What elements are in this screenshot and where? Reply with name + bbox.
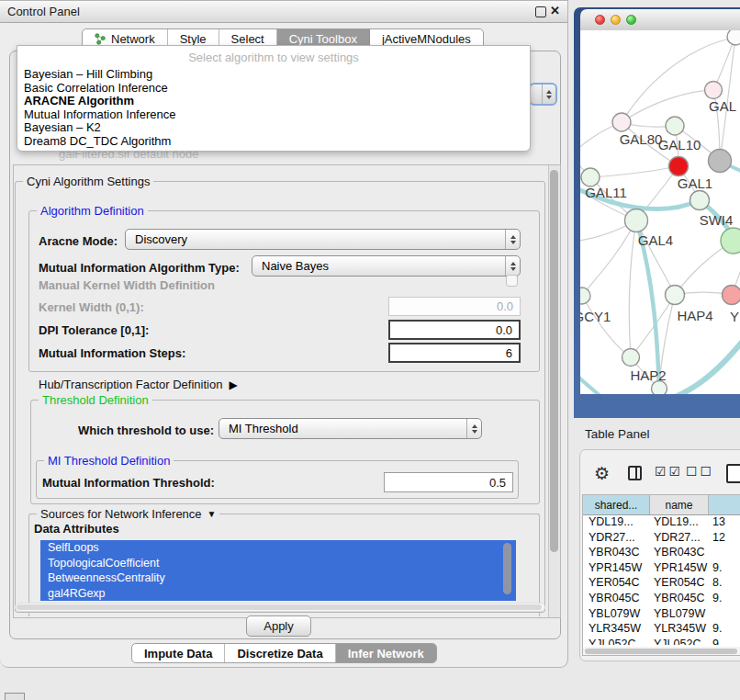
table-cell: YDR27... [650, 530, 709, 546]
group-sources-title: Sources for Network Inference [40, 507, 202, 521]
deselect-all-columns-icon[interactable]: ☐☐ [686, 464, 714, 479]
aracne-mode-combo[interactable]: Discovery [125, 229, 521, 250]
aracne-mode-label: Aracne Mode: [39, 234, 118, 248]
network-node[interactable] [581, 168, 600, 186]
network-edge[interactable] [622, 90, 713, 122]
network-node[interactable] [625, 209, 648, 232]
column-header-name[interactable]: name [650, 495, 709, 514]
network-edge[interactable] [629, 220, 636, 357]
table-row[interactable]: YPR145WYPR145W9. [583, 560, 740, 576]
network-edge[interactable] [582, 296, 631, 357]
kernel-width-field[interactable]: 0.0 [388, 297, 521, 316]
network-edge[interactable] [590, 166, 678, 177]
network-node[interactable] [721, 228, 740, 254]
data-attribute-item[interactable]: gal4RGexp [40, 586, 516, 602]
mi-steps-field[interactable]: 6 [388, 343, 521, 363]
settings-vertical-scrollbar-thumb[interactable] [550, 170, 558, 552]
table-row[interactable]: YLR345WYLR345W9. [583, 621, 740, 637]
table-cell: YER054C [583, 575, 650, 591]
tab-discretize-data[interactable]: Discretize Data [225, 644, 335, 662]
algorithm-option[interactable]: Basic Correlation Inference [24, 82, 524, 96]
algorithm-option[interactable]: Mutual Information Inference [24, 108, 524, 122]
gear-icon[interactable]: ⚙ [594, 463, 610, 484]
close-traffic-light-icon[interactable] [595, 15, 605, 25]
network-node[interactable] [622, 349, 640, 367]
table-row[interactable]: YBL079WYBL079W [583, 606, 740, 622]
float-window-icon[interactable] [535, 6, 546, 17]
data-attribute-item[interactable]: BetweennessCentrality [40, 570, 516, 586]
attributes-list-scrollbar[interactable] [503, 543, 511, 594]
manual-kernel-checkbox[interactable] [506, 275, 518, 287]
data-attribute-item[interactable]: TopologicalCoefficient [40, 556, 516, 571]
table-row[interactable]: YER054CYER054C8. [583, 575, 740, 591]
which-threshold-combo[interactable]: MI Threshold [219, 418, 482, 439]
network-canvas[interactable]: GALGAL80GAL10GAL1GAL11SWI4GAL4GCY1HAP4YH… [580, 30, 740, 394]
network-view-window[interactable]: GALGAL80GAL10GAL1GAL11SWI4GAL4GCY1HAP4YH… [574, 7, 740, 418]
table-cell [709, 545, 740, 560]
network-node[interactable] [727, 30, 740, 45]
columns-icon[interactable] [628, 466, 642, 480]
dpi-tolerance-field[interactable]: 0.0 [388, 320, 521, 340]
control-panel-title: Control Panel [7, 5, 80, 18]
network-node[interactable] [690, 191, 710, 210]
group-sources-title-row[interactable]: Sources for Network Inference ▼ [37, 507, 219, 521]
bottom-tab-bar: Impute Data Discretize Data Infer Networ… [131, 643, 437, 663]
algorithm-option[interactable]: Bayesian – K2 [24, 121, 524, 135]
spinner-up-icon [546, 90, 552, 94]
close-icon[interactable]: ✕ [550, 4, 560, 17]
network-node[interactable] [705, 82, 723, 99]
column-header-shared-name[interactable]: shared... [583, 495, 650, 514]
mi-steps-value: 6 [506, 346, 512, 360]
select-all-columns-icon[interactable]: ☑☑ [655, 464, 683, 479]
bottom-left-partial-icon[interactable] [5, 693, 25, 700]
data-attributes-list[interactable]: SelfLoopsTopologicalCoefficientBetweenne… [40, 540, 516, 601]
tab-infer-network[interactable]: Infer Network [336, 644, 436, 662]
network-node[interactable] [666, 286, 685, 305]
dpi-tolerance-label: DPI Tolerance [0,1]: [39, 323, 149, 337]
table-horizontal-scrollbar-thumb[interactable] [585, 649, 737, 654]
network-edge[interactable] [582, 220, 636, 296]
apply-button[interactable]: Apply [246, 615, 311, 637]
network-node[interactable] [723, 286, 740, 305]
table-row[interactable]: YDL19...YDL19...13 [583, 514, 740, 530]
node-table: shared... name YDL19...YDL19...13YDR27..… [582, 494, 740, 656]
algorithm-option[interactable]: Bayesian – Hill Climbing [24, 68, 524, 82]
hub-expander[interactable]: Hub/Transcription Factor Definition ▶ [39, 378, 238, 391]
network-node[interactable] [666, 117, 684, 135]
settings-horizontal-scrollbar-thumb[interactable] [17, 604, 542, 610]
mi-type-combo[interactable]: Naive Bayes [252, 255, 521, 277]
network-node[interactable] [709, 150, 732, 173]
minimize-traffic-light-icon[interactable] [611, 15, 621, 25]
dpi-tolerance-value: 0.0 [496, 323, 512, 337]
table-row[interactable]: YBR043CYBR043C [583, 545, 740, 560]
network-node-label: GAL1 [678, 175, 712, 191]
network-window-titlebar[interactable] [580, 9, 740, 31]
algorithm-dropdown[interactable]: Select algorithm to view settings Bayesi… [17, 45, 531, 152]
network-edge-highlighted[interactable] [668, 335, 740, 394]
algorithm-option[interactable]: Dream8 DC_TDC Algorithm [24, 135, 524, 149]
table-cell: YDR27... [583, 530, 650, 546]
column-header-partial[interactable] [709, 495, 740, 514]
table-row[interactable]: YJL052CYJL052C9 [583, 637, 740, 645]
table-cell: 9. [709, 621, 740, 637]
network-node-label: GAL4 [638, 232, 673, 248]
expander-down-arrow-icon: ▼ [207, 507, 217, 521]
network-node[interactable] [669, 157, 689, 176]
table-cell: YDL19... [650, 514, 709, 530]
tab-impute-data[interactable]: Impute Data [132, 644, 225, 662]
data-attribute-item[interactable]: SelfLoops [40, 540, 516, 556]
mi-threshold-field[interactable]: 0.5 [384, 472, 513, 492]
table-row[interactable]: YBR045CYBR045C9. [583, 591, 740, 606]
zoom-traffic-light-icon[interactable] [626, 15, 636, 25]
network-node[interactable] [580, 288, 590, 304]
algorithm-option[interactable]: ARACNE Algorithm [24, 95, 524, 108]
manual-kernel-label: Manual Kernel Width Definition [39, 278, 215, 292]
table-row[interactable]: YDR27...YDR27...12 [583, 530, 740, 546]
table-cell: YLR345W [650, 621, 709, 637]
focused-combo-fragment[interactable] [529, 83, 557, 106]
partial-toolbar-icon[interactable] [726, 464, 740, 483]
group-mi-threshold-title: MI Threshold Definition [44, 454, 174, 468]
network-node[interactable] [612, 113, 631, 131]
group-threshold-title: Threshold Definition [39, 393, 152, 407]
network-edge-highlighted[interactable] [580, 372, 633, 394]
